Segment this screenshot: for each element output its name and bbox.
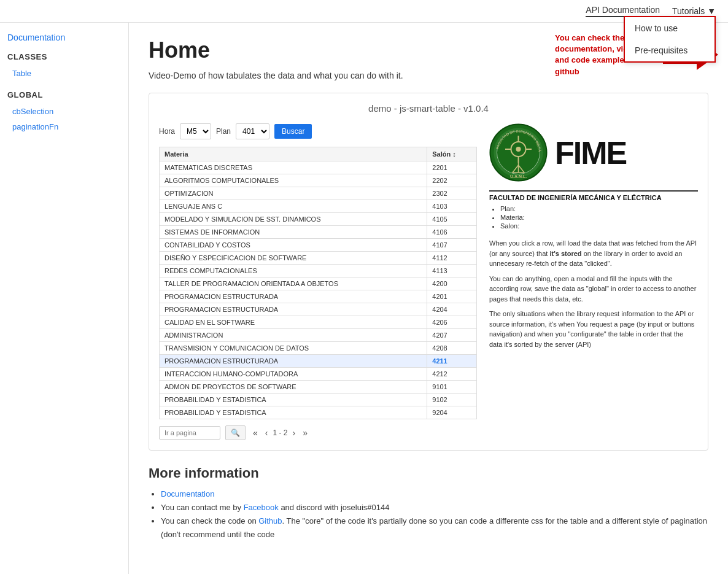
table-row[interactable]: TALLER DE PROGRAMACION ORIENTADA A OBJET… [160, 277, 477, 290]
table-row[interactable]: PROBABILIDAD Y ESTADISTICA9204 [160, 406, 477, 419]
github-link[interactable]: Github [258, 516, 282, 526]
cell-salon: 4208 [427, 342, 477, 355]
cell-salon: 9204 [427, 406, 477, 419]
cell-materia: OPTIMIZACION [160, 187, 427, 200]
cell-materia: SISTEMAS DE INFORMACION [160, 226, 427, 239]
pagination-row: 🔍 « ‹ 1 - 2 › » [159, 425, 477, 440]
col-salon-header[interactable]: Salón ↕ [427, 147, 477, 161]
table-row[interactable]: REDES COMPUTACIONALES4113 [160, 265, 477, 277]
cell-salon: 4201 [427, 290, 477, 303]
sidebar-item-cbselection[interactable]: cbSelection [7, 104, 121, 118]
col-materia-label: Materia [165, 150, 188, 158]
data-table: Materia Salón ↕ MATEMATICAS DISCRETAS220… [159, 147, 477, 419]
table-row[interactable]: CALIDAD EN EL SOFTWARE4206 [160, 316, 477, 329]
cell-materia: ALGORITMOS COMPUTACIONALES [160, 174, 427, 187]
cell-salon: 4200 [427, 277, 477, 290]
hora-select[interactable]: M5 [180, 123, 211, 139]
cell-materia: INTERACCION HUMANO-COMPUTADORA [160, 368, 427, 381]
tutorials-dropdown-menu: How to use Pre-requisites [624, 16, 716, 63]
cell-salon: 4112 [427, 252, 477, 265]
table-row[interactable]: CONTABILIDAD Y COSTOS4107 [160, 239, 477, 252]
cell-materia: CALIDAD EN EL SOFTWARE [160, 316, 427, 329]
api-doc-link[interactable]: API Documentation [586, 5, 660, 17]
fime-materia-item: Materia: [500, 214, 525, 221]
page-input[interactable] [159, 426, 220, 440]
table-row[interactable]: MODELADO Y SIMULACION DE SST. DINAMICOS4… [160, 213, 477, 226]
top-navigation: API Documentation Tutorials ▼ How to use… [0, 0, 728, 23]
page-search-button[interactable]: 🔍 [225, 425, 246, 440]
sidebar-global-section: GLOBAL cbSelection paginationFn [7, 90, 121, 134]
pre-requisites-item[interactable]: Pre-requisites [625, 39, 714, 61]
cell-materia: REDES COMPUTACIONALES [160, 265, 427, 277]
sidebar-item-table[interactable]: Table [7, 66, 121, 80]
table-row[interactable]: OPTIMIZACION2302 [160, 187, 477, 200]
svg-point-5 [516, 147, 521, 152]
next-page-button[interactable]: › [290, 427, 298, 439]
fime-faculty-name: FACULTAD DE INGENIERÍA MECÁNICA Y ELÉCTR… [489, 194, 662, 201]
sidebar: Documentation CLASSES Table GLOBAL cbSel… [0, 23, 129, 574]
cell-materia: PROBABILIDAD Y ESTADISTICA [160, 406, 427, 419]
table-row[interactable]: PROGRAMACION ESTRUCTURADA4204 [160, 303, 477, 316]
fime-area: U.A.N.L. FACULTAD DE INGENIERÍA MECÁNICA [489, 123, 698, 354]
fime-divider [489, 190, 698, 192]
more-info-item-0: Documentation [161, 487, 708, 501]
cell-salon: 4107 [427, 239, 477, 252]
content-area: You can check the documentation, videos … [129, 23, 728, 574]
table-row[interactable]: PROGRAMACION ESTRUCTURADA4211 [160, 355, 477, 368]
table-row[interactable]: ADMON DE PROYECTOS DE SOFTWARE9101 [160, 381, 477, 394]
table-row[interactable]: PROGRAMACION ESTRUCTURADA4201 [160, 290, 477, 303]
cell-materia: MATEMATICAS DISCRETAS [160, 161, 427, 174]
table-row[interactable]: INTERACCION HUMANO-COMPUTADORA4212 [160, 368, 477, 381]
table-row[interactable]: SISTEMAS DE INFORMACION4106 [160, 226, 477, 239]
filter-row: Hora M5 Plan 401 Buscar [159, 123, 477, 139]
info-para-2: You can do anything, open a modal and fi… [489, 274, 698, 304]
hora-label: Hora [159, 127, 175, 136]
more-info-section: More information Documentation You can c… [149, 465, 708, 541]
cell-salon: 9102 [427, 394, 477, 406]
table-row[interactable]: DISEÑO Y ESPECIFICACION DE SOFTWARE4112 [160, 252, 477, 265]
more-info-item-2: You can check the code on Github. The "c… [161, 514, 708, 541]
table-row[interactable]: ADMINISTRACION4207 [160, 329, 477, 342]
facebook-link[interactable]: Facebook [244, 503, 279, 512]
demo-layout: Hora M5 Plan 401 Buscar [159, 123, 698, 440]
info-text-block: When you click a row, will load the data… [489, 238, 698, 354]
col-salon-label: Salón [432, 150, 451, 158]
cell-salon: 4212 [427, 368, 477, 381]
cell-materia: PROGRAMACION ESTRUCTURADA [160, 355, 427, 368]
table-body: MATEMATICAS DISCRETAS2201ALGORITMOS COMP… [160, 161, 477, 419]
info-para-3: The only situations when the library req… [489, 309, 698, 349]
sidebar-item-paginationfn[interactable]: paginationFn [7, 120, 121, 134]
sort-icon[interactable]: ↕ [452, 150, 456, 158]
cell-salon: 2302 [427, 187, 477, 200]
cell-materia: ADMON DE PROYECTOS DE SOFTWARE [160, 381, 427, 394]
tutorials-dropdown[interactable]: Tutorials ▼ How to use Pre-requisites [672, 6, 716, 16]
first-page-button[interactable]: « [250, 427, 260, 439]
main-layout: Documentation CLASSES Table GLOBAL cbSel… [0, 23, 728, 574]
sidebar-doc-link[interactable]: Documentation [7, 33, 121, 42]
last-page-button[interactable]: » [300, 427, 310, 439]
fime-logo: U.A.N.L. FACULTAD DE INGENIERÍA MECÁNICA [489, 123, 548, 182]
documentation-link[interactable]: Documentation [161, 489, 214, 498]
table-row[interactable]: ALGORITMOS COMPUTACIONALES2202 [160, 174, 477, 187]
chevron-down-icon: ▼ [707, 6, 716, 16]
how-to-use-item[interactable]: How to use [625, 17, 714, 39]
cell-salon: 4105 [427, 213, 477, 226]
prev-page-button[interactable]: ‹ [263, 427, 271, 439]
cell-salon: 4206 [427, 316, 477, 329]
cell-materia: CONTABILIDAD Y COSTOS [160, 239, 427, 252]
table-row[interactable]: LENGUAJE ANS C4103 [160, 200, 477, 213]
tutorials-button[interactable]: Tutorials ▼ [672, 6, 716, 16]
cell-salon: 4211 [427, 355, 477, 368]
table-row[interactable]: MATEMATICAS DISCRETAS2201 [160, 161, 477, 174]
page-indicator: 1 - 2 [273, 429, 287, 437]
more-info-item-1: You can contact me by Facebook and disco… [161, 501, 708, 514]
table-row[interactable]: TRANSMISION Y COMUNICACION DE DATOS4208 [160, 342, 477, 355]
table-row[interactable]: PROBABILIDAD Y ESTADISTICA9102 [160, 394, 477, 406]
buscar-button[interactable]: Buscar [274, 124, 312, 139]
sidebar-global-title: GLOBAL [7, 90, 121, 99]
plan-select[interactable]: 401 [236, 123, 269, 139]
cell-materia: PROBABILIDAD Y ESTADISTICA [160, 394, 427, 406]
fime-circle-logo: U.A.N.L. FACULTAD DE INGENIERÍA MECÁNICA [489, 123, 548, 182]
fime-text-area: FIME [555, 134, 626, 171]
cell-materia: PROGRAMACION ESTRUCTURADA [160, 290, 427, 303]
